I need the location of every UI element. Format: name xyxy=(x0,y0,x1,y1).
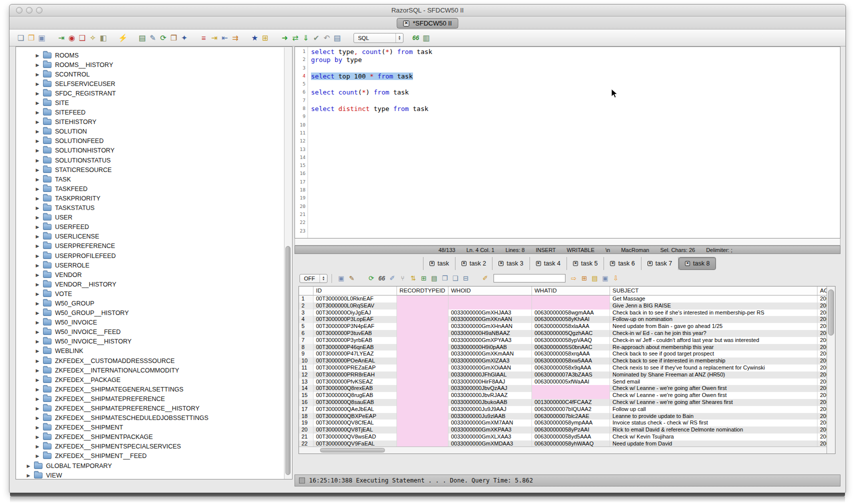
tree-scrollbar-thumb[interactable] xyxy=(286,246,290,475)
grid-cell[interactable]: 006300000058yKhAAI xyxy=(532,316,610,323)
grid-cell[interactable]: 0033000000JbukoAAB xyxy=(448,399,532,406)
sidebar-item-table[interactable]: ▶SITEFEED xyxy=(16,108,292,118)
sidebar-item-table[interactable]: ▶SITE xyxy=(16,98,292,108)
describe-list-icon[interactable]: ▥ xyxy=(421,32,432,43)
grid-vertical-scrollbar[interactable] xyxy=(826,286,835,454)
sidebar-item-table[interactable]: ▶ZKFEDEX__SHIPMENT__FEED xyxy=(16,452,292,461)
execute-lightning-icon[interactable]: ⚡ xyxy=(118,32,128,43)
grid-cell[interactable]: 006300000058x9qAAA xyxy=(532,364,610,372)
grid-cell[interactable]: 00T3000000QV8CfEAL xyxy=(314,420,397,426)
sidebar-item-table[interactable]: ▶ZKFEDEX__CUSTOMADDRESSSOURCE xyxy=(16,356,292,366)
sidebar-item-table[interactable]: ▶ROOMS__HISTORY xyxy=(16,60,292,70)
sidebar-item-table[interactable]: ▶SCONTROL xyxy=(16,70,292,79)
grid-cell[interactable]: 00630000005QgzhAAC xyxy=(532,330,610,337)
table-row[interactable]: 900T3000000P47LYEAZ0033000000GmXKmAAN006… xyxy=(299,350,827,358)
sidebar-item-table[interactable]: ▶TASK xyxy=(16,174,292,184)
sidebar-item-table[interactable]: ▶W50_INVOICE__HISTORY xyxy=(16,337,292,346)
expand-triangle-icon[interactable]: ▶ xyxy=(35,301,40,306)
expand-triangle-icon[interactable]: ▶ xyxy=(35,62,40,68)
log-notepad-icon[interactable]: ▤ xyxy=(332,32,342,43)
grid-cell[interactable]: 00T3000000PREZaEAP xyxy=(314,364,397,372)
results-tab[interactable]: ✕task 4 xyxy=(530,257,567,270)
expand-triangle-icon[interactable]: ▶ xyxy=(26,464,31,468)
grid-cell[interactable] xyxy=(532,302,610,310)
sidebar-item-table[interactable]: ▶WEBLINK xyxy=(16,346,292,356)
expand-triangle-icon[interactable]: ▶ xyxy=(35,158,40,163)
grid-cell[interactable]: 200 xyxy=(818,316,827,323)
grid-cell[interactable]: 0033000000JbvRJAAZ xyxy=(448,392,532,399)
table-row[interactable]: 600T3000000P3tuvEAB0033000000H9aNBAAZ006… xyxy=(299,330,827,337)
document-tab[interactable]: ✕ *SFDCW50 II xyxy=(396,18,458,28)
grid-cell[interactable]: Check back in to see if she's interested… xyxy=(610,310,818,316)
sidebar-item-table[interactable]: ▶ROOMS xyxy=(16,50,292,60)
execute-down-icon[interactable]: ⇓ xyxy=(300,32,311,43)
help-book-icon[interactable]: ✦ xyxy=(179,32,190,43)
sidebar-item-table[interactable]: ▶STATICRESOURCE xyxy=(16,165,292,174)
expand-triangle-icon[interactable]: ▶ xyxy=(35,138,40,144)
database-icon[interactable]: ◧ xyxy=(98,32,108,43)
grid-cell[interactable] xyxy=(397,385,448,392)
generate-script-icon[interactable]: ▤ xyxy=(590,273,600,284)
outdent-list-icon[interactable]: ⇤ xyxy=(220,32,230,43)
sidebar-item-category[interactable]: ▶VIEW xyxy=(16,470,292,480)
grid-cell[interactable]: 00630000007bIQUAA2 xyxy=(532,406,610,413)
expand-triangle-icon[interactable]: ▶ xyxy=(35,186,40,192)
sidebar-item-table[interactable]: ▶USERPROFILEFEED xyxy=(16,251,292,260)
grid-cell[interactable] xyxy=(397,344,448,351)
grid-cell[interactable] xyxy=(397,378,448,386)
grid-cell[interactable]: Check w/ Leanne - we're going after Owen… xyxy=(610,385,818,392)
sidebar-item-table[interactable]: ▶ZKFEDEX__INTERNATIONALCOMMODITY xyxy=(16,366,292,375)
grid-cell[interactable]: 0033000000GmXIZAA3 xyxy=(448,358,532,364)
sidebar-item-table[interactable]: ▶SOLUTIONSTATUS xyxy=(16,156,292,165)
go-column-icon[interactable]: ⇨ xyxy=(568,273,579,284)
grid-cell[interactable]: 0033000000GmXHnAAN xyxy=(448,323,532,330)
expand-triangle-icon[interactable]: ▶ xyxy=(35,91,40,96)
grid-vscrollbar-thumb[interactable] xyxy=(828,290,834,336)
grid-cell[interactable] xyxy=(397,434,448,440)
grid-cell[interactable]: 006300000058ympAAA xyxy=(532,420,610,426)
grid-cell[interactable]: 0033000000Ju9J9AAJ xyxy=(448,406,532,413)
table-row[interactable]: 1000T3000000POeAnEAL0033000000GmXIZAA300… xyxy=(299,358,827,364)
grid-cell[interactable]: Check w/ Kevin Tsujihara xyxy=(610,434,818,440)
sidebar-item-table[interactable]: ▶ZKFEDEX__SHIPMENT xyxy=(16,423,292,432)
view-record-icon[interactable]: ❐ xyxy=(440,273,450,284)
expand-triangle-icon[interactable]: ▶ xyxy=(35,434,40,440)
sort-icon[interactable]: ⇅ xyxy=(408,273,418,284)
expand-triangle-icon[interactable]: ▶ xyxy=(35,444,40,449)
expand-triangle-icon[interactable]: ▶ xyxy=(35,234,40,239)
grid-cell[interactable]: 200 xyxy=(818,385,827,392)
grid-cell[interactable]: 00630000005xfWaAAI xyxy=(532,378,610,386)
grid-cell[interactable]: Give Jenn a BIG RAISE xyxy=(610,302,818,310)
sidebar-item-table[interactable]: ▶USERFEED xyxy=(16,222,292,232)
grid-cell[interactable]: 200 xyxy=(818,420,827,426)
expand-triangle-icon[interactable]: ▶ xyxy=(35,396,40,402)
sidebar-item-table[interactable]: ▶ZKFEDEX__SHIPMENTSPECIALSERVICES xyxy=(16,442,292,452)
status-stop-icon[interactable] xyxy=(299,478,305,484)
close-tab-icon[interactable]: ✕ xyxy=(498,261,504,266)
close-tab-icon[interactable]: ✕ xyxy=(536,261,541,266)
expand-triangle-icon[interactable]: ▶ xyxy=(35,454,40,458)
close-tab-icon[interactable]: ✕ xyxy=(685,261,690,266)
row-limit-dropdown[interactable]: OFF ▲▼ xyxy=(300,274,328,283)
grid-cell[interactable]: 200 xyxy=(818,330,827,337)
expand-triangle-icon[interactable]: ▶ xyxy=(35,110,40,115)
grid-cell[interactable]: Check w/ Leanne - we're going after Owen… xyxy=(610,392,818,399)
expand-triangle-icon[interactable]: ▶ xyxy=(35,310,40,316)
sidebar-item-table[interactable]: ▶ZKFEDEX__SHIPMATEPREFERENCE xyxy=(16,394,292,404)
expand-triangle-icon[interactable]: ▶ xyxy=(35,254,40,258)
tree-vertical-scrollbar[interactable] xyxy=(284,48,292,480)
grid-cell[interactable] xyxy=(397,316,448,323)
grid-cell[interactable]: 200 xyxy=(818,364,827,372)
checklist-icon[interactable]: ▤ xyxy=(137,32,148,43)
table-row[interactable]: 1600T3000000Q8sauEAB0033000000JbukoAAB00… xyxy=(299,399,827,406)
sidebar-item-table[interactable]: ▶TASKPRIORITY xyxy=(16,194,292,203)
grid-cell[interactable]: Get Massage xyxy=(610,296,818,302)
reload-table-icon[interactable]: ⊞ xyxy=(418,273,429,284)
save-results-icon[interactable]: ▣ xyxy=(336,273,346,284)
sidebar-item-table[interactable]: ▶ZKFEDEX__SHIPMENTPACKAGE xyxy=(16,432,292,442)
expand-triangle-icon[interactable]: ▶ xyxy=(35,72,40,77)
grid-cell[interactable]: 00T3000000L0RqSEAV xyxy=(314,302,397,310)
table-row[interactable]: 1900T3000000QV8CfEAL0033000000GmXM7AAN00… xyxy=(299,420,827,426)
glasses-66-icon[interactable]: 66 xyxy=(376,273,387,284)
grid-cell[interactable]: 00T3000000Q8rexEAB xyxy=(314,385,397,392)
